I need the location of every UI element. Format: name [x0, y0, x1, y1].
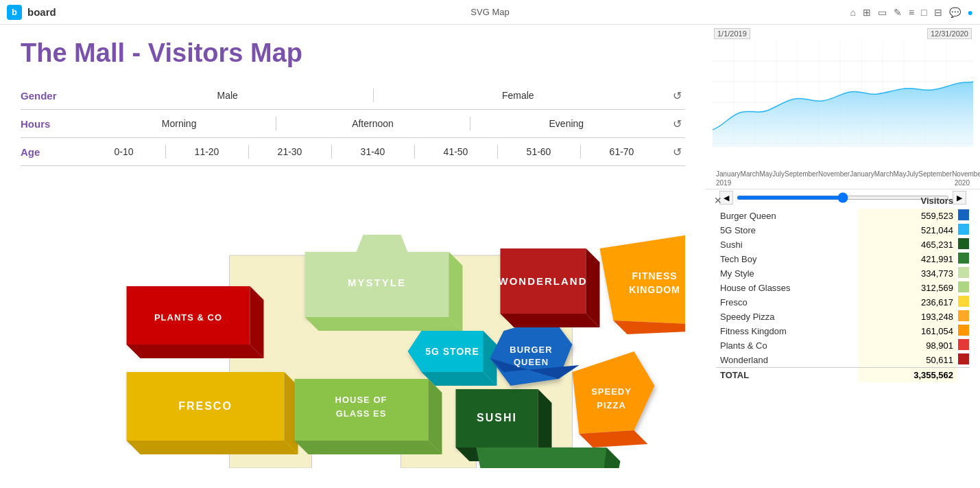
hours-afternoon[interactable]: Afternoon: [276, 118, 469, 129]
age-0-10[interactable]: 0-10: [82, 146, 165, 157]
table-row[interactable]: TOTAL3,355,562: [716, 368, 970, 383]
mall-map-svg[interactable]: FRESCO PLANTS & CO HOUSE OF GLASS ES MY: [21, 173, 685, 468]
chart-label-may2: May: [894, 170, 907, 178]
visitors-value-cell: 98,901: [858, 338, 957, 353]
svg-text:BURGER: BURGER: [510, 345, 552, 355]
edit-icon[interactable]: ✎: [894, 7, 902, 18]
gender-female[interactable]: Female: [373, 90, 664, 101]
color-swatch-cell: [957, 338, 970, 353]
visitors-column-header: Visitors: [858, 193, 957, 209]
color-swatch-cell: [957, 295, 970, 310]
chart-area: 1/1/2019 12/31/2020: [706, 25, 980, 189]
svg-text:5G STORE: 5G STORE: [425, 346, 479, 357]
visitors-value-cell: 521,044: [858, 223, 957, 237]
hours-filter-row: Hours Morning Afternoon Evening ↺: [21, 110, 685, 138]
store-name-cell: My Style: [716, 266, 858, 281]
gender-label: Gender: [21, 90, 82, 102]
page-tab-title: SVG Map: [470, 7, 509, 17]
toolbar-icons: ⌂ ⊞ ▭ ✎ ≡ □ ⊟ 💬 ●: [850, 7, 973, 18]
store-color-box: [958, 267, 969, 278]
age-61-70[interactable]: 61-70: [580, 146, 663, 157]
visitors-value-cell: 161,054: [858, 324, 957, 338]
color-swatch-cell: [957, 252, 970, 266]
hours-evening[interactable]: Evening: [470, 118, 663, 129]
table-row[interactable]: 5G Store521,044: [716, 223, 970, 237]
gender-options: Male Female: [82, 90, 663, 101]
age-51-60[interactable]: 51-60: [497, 146, 580, 157]
layers-icon[interactable]: ⊟: [934, 7, 942, 18]
page-title: The Mall - Visitors Map: [21, 38, 685, 68]
table-row[interactable]: Wonderland50,611: [716, 353, 970, 368]
age-filter-row: Age 0-10 11-20 21-30 31-40 41-50 51-60 6…: [21, 138, 685, 166]
chart-date-end: 12/31/2020: [927, 28, 972, 39]
store-color-box: [958, 281, 969, 292]
grid-icon[interactable]: ⊞: [863, 7, 871, 18]
data-table-container: ✕ Visitors Burger Queen559,5235G Store52…: [706, 189, 980, 488]
svg-text:FITNESS: FITNESS: [632, 270, 677, 281]
table-row[interactable]: Fitness Kingdom161,054: [716, 324, 970, 338]
bookmark-icon[interactable]: □: [921, 7, 927, 18]
chart-date-start: 1/1/2019: [714, 28, 750, 39]
store-column-header: [716, 193, 858, 209]
hours-label: Hours: [21, 118, 82, 130]
hours-reset-button[interactable]: ↺: [669, 115, 685, 132]
table-row[interactable]: Fresco236,617: [716, 295, 970, 310]
user-icon[interactable]: ●: [968, 7, 973, 18]
table-row[interactable]: Speedy Pizza193,248: [716, 310, 970, 324]
svg-text:KINGDOM: KINGDOM: [629, 284, 680, 295]
age-21-30[interactable]: 21-30: [248, 146, 331, 157]
store-color-box: [958, 296, 969, 307]
age-11-20[interactable]: 11-20: [165, 146, 248, 157]
svg-marker-44: [477, 448, 614, 468]
chart-x-labels: January March May July September Novembe…: [713, 170, 973, 178]
color-swatch-cell: [957, 266, 970, 281]
gender-male[interactable]: Male: [82, 90, 373, 101]
visitors-chart[interactable]: [713, 40, 973, 167]
svg-text:QUEEN: QUEEN: [514, 357, 549, 367]
monitor-icon[interactable]: ▭: [878, 7, 887, 18]
age-reset-button[interactable]: ↺: [669, 143, 685, 160]
chart-label-jan: January: [716, 170, 741, 178]
store-color-box: [958, 353, 969, 364]
svg-marker-17: [449, 252, 463, 331]
store-color-box: [958, 310, 969, 321]
visitors-value-cell: 465,231: [858, 237, 957, 252]
store-name-cell: 5G Store: [716, 223, 858, 237]
age-31-40[interactable]: 31-40: [331, 146, 414, 157]
main-content: The Mall - Visitors Map Gender Male Fema…: [0, 25, 980, 488]
color-swatch-cell: [957, 223, 970, 237]
chart-label-sep: September: [785, 170, 818, 178]
chart-label-mar: March: [741, 170, 760, 178]
table-row[interactable]: House of Glasses312,569: [716, 281, 970, 295]
store-name-cell: Wonderland: [716, 353, 858, 368]
store-name-cell: Fresco: [716, 295, 858, 310]
chart-year-2020: 2020: [955, 179, 970, 187]
age-41-50[interactable]: 41-50: [414, 146, 497, 157]
visitors-value-cell: 312,569: [858, 281, 957, 295]
svg-text:SUSHI: SUSHI: [477, 412, 517, 423]
chart-label-nov2: November: [952, 170, 980, 178]
home-icon[interactable]: ⌂: [850, 7, 855, 18]
table-row[interactable]: My Style334,773: [716, 266, 970, 281]
table-row[interactable]: Sushi465,231: [716, 237, 970, 252]
table-row[interactable]: Burger Queen559,523: [716, 209, 970, 223]
svg-text:WONDERLAND: WONDERLAND: [499, 275, 588, 287]
table-row[interactable]: Plants & Co98,901: [716, 338, 970, 353]
svg-text:GLASS ES: GLASS ES: [336, 408, 387, 419]
chat-icon[interactable]: 💬: [949, 7, 961, 18]
store-color-box: [958, 209, 969, 220]
color-swatch-cell: [957, 237, 970, 252]
chart-year-2019: 2019: [716, 179, 731, 187]
svg-text:SPEEDY: SPEEDY: [591, 386, 632, 397]
right-panel: 1/1/2019 12/31/2020: [706, 25, 980, 488]
hours-morning[interactable]: Morning: [82, 118, 276, 129]
table-close-button[interactable]: ✕: [714, 195, 722, 206]
gender-reset-button[interactable]: ↺: [669, 87, 685, 104]
table-row[interactable]: Tech Boy421,991: [716, 252, 970, 266]
svg-text:FRESCO: FRESCO: [178, 400, 232, 412]
brand-name: board: [27, 6, 56, 18]
store-name-cell: Plants & Co: [716, 338, 858, 353]
store-name-cell: Speedy Pizza: [716, 310, 858, 324]
color-swatch-cell: [957, 281, 970, 295]
list-icon[interactable]: ≡: [909, 7, 914, 18]
